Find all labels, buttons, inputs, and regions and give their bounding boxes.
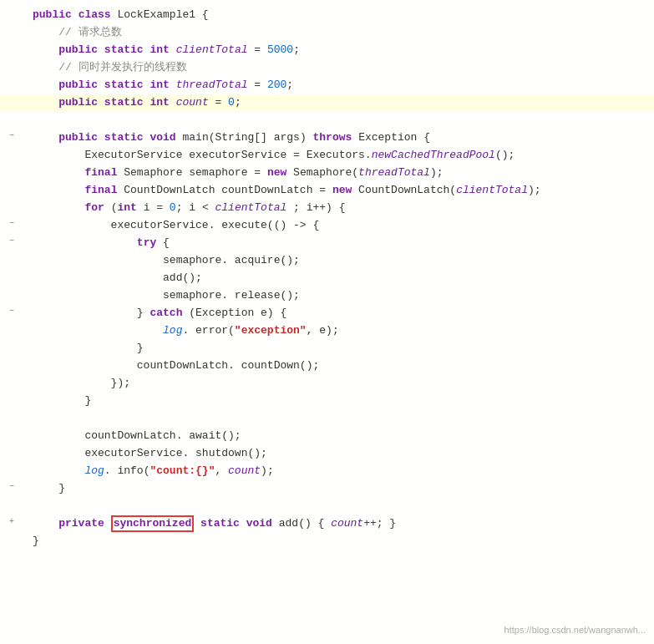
- code-line-17: semaphore. release();: [0, 287, 654, 305]
- fold-icon-14[interactable]: −: [9, 235, 14, 248]
- line-content-29: [26, 498, 654, 515]
- code-line-12: for (int i = 0; i < clientTotal ; i++) {: [0, 200, 654, 217]
- line-content-17: semaphore. release();: [26, 287, 654, 304]
- code-line-20: }: [0, 340, 654, 357]
- code-line-15: semaphore. acquire();: [0, 252, 654, 270]
- gutter-30: +: [0, 515, 23, 529]
- line-content-12: for (int i = 0; i < clientTotal ; i++) {: [26, 200, 654, 216]
- line-content-14: try {: [26, 235, 654, 251]
- line-content-8: public static void main(String[] args) t…: [26, 129, 654, 146]
- line-content-26: executorService. shutdown();: [26, 445, 654, 462]
- line-content-1: public class LockExample1 {: [26, 7, 654, 23]
- code-line-22: });: [0, 375, 654, 393]
- gutter-28: −: [0, 480, 23, 494]
- line-content-16: add();: [26, 270, 654, 287]
- code-line-19: log. error("exception", e);: [0, 322, 654, 340]
- code-line-1: public class LockExample1 {: [0, 7, 654, 24]
- code-line-4: // 同时并发执行的线程数: [0, 59, 654, 77]
- code-line-13: − executorService. execute(() -> {: [0, 217, 654, 235]
- line-content-4: // 同时并发执行的线程数: [26, 59, 654, 76]
- line-content-28: }: [26, 480, 654, 497]
- code-line-3: public static int clientTotal = 5000;: [0, 42, 654, 59]
- code-line-26: executorService. shutdown();: [0, 445, 654, 463]
- line-content-13: executorService. execute(() -> {: [26, 217, 654, 234]
- line-content-5: public static int threadTotal = 200;: [26, 77, 654, 94]
- code-line-14: − try {: [0, 235, 654, 252]
- line-content-19: log. error("exception", e);: [26, 322, 654, 339]
- code-line-25: countDownLatch. await();: [0, 428, 654, 445]
- code-line-21: countDownLatch. countDown();: [0, 357, 654, 375]
- footer-url: https://blog.csdn.net/wangnanwh...: [504, 623, 646, 637]
- code-line-29: [0, 498, 654, 515]
- gutter-14: −: [0, 235, 23, 248]
- line-content-11: final CountDownLatch countDownLatch = ne…: [26, 182, 654, 199]
- line-content-22: });: [26, 375, 654, 392]
- fold-icon-18[interactable]: −: [9, 305, 14, 318]
- gutter-13: −: [0, 217, 23, 231]
- line-content-30: private synchronized static void add() {…: [26, 515, 654, 532]
- code-line-18: − } catch (Exception e) {: [0, 305, 654, 322]
- code-line-30: + private synchronized static void add()…: [0, 515, 654, 533]
- fold-icon-30[interactable]: +: [9, 515, 14, 529]
- code-line-31: }: [0, 533, 654, 550]
- fold-icon-8[interactable]: −: [9, 129, 14, 143]
- line-content-23: }: [26, 393, 654, 409]
- line-content-6: public static int count = 0;: [26, 94, 654, 111]
- code-line-7: [0, 112, 654, 129]
- code-line-24: [0, 410, 654, 428]
- line-content-20: }: [26, 340, 654, 357]
- code-line-23: }: [0, 393, 654, 410]
- line-content-27: log. info("count:{}", count);: [26, 463, 654, 479]
- code-line-28: − }: [0, 480, 654, 498]
- line-content-9: ExecutorService executorService = Execut…: [26, 147, 654, 164]
- gutter-18: −: [0, 305, 23, 318]
- gutter-8: −: [0, 129, 23, 143]
- line-content-15: semaphore. acquire();: [26, 252, 654, 269]
- code-line-10: final Semaphore semaphore = new Semaphor…: [0, 165, 654, 182]
- code-line-5: public static int threadTotal = 200;: [0, 77, 654, 94]
- line-content-31: }: [26, 533, 654, 550]
- code-line-6: public static int count = 0;: [0, 94, 654, 112]
- line-content-18: } catch (Exception e) {: [26, 305, 654, 322]
- code-line-8: − public static void main(String[] args)…: [0, 129, 654, 147]
- code-line-16: add();: [0, 270, 654, 287]
- line-content-10: final Semaphore semaphore = new Semaphor…: [26, 165, 654, 181]
- code-line-9: ExecutorService executorService = Execut…: [0, 147, 654, 165]
- line-content-7: [26, 112, 654, 129]
- line-content-2: // 请求总数: [26, 24, 654, 41]
- line-content-25: countDownLatch. await();: [26, 428, 654, 444]
- line-content-3: public static int clientTotal = 5000;: [26, 42, 654, 58]
- code-line-2: // 请求总数: [0, 24, 654, 42]
- code-container: public class LockExample1 { // 请求总数 publ…: [0, 0, 654, 644]
- code-line-27: log. info("count:{}", count);: [0, 463, 654, 480]
- fold-icon-13[interactable]: −: [9, 217, 14, 231]
- fold-icon-28[interactable]: −: [9, 480, 14, 494]
- line-content-24: [26, 410, 654, 427]
- code-line-11: final CountDownLatch countDownLatch = ne…: [0, 182, 654, 200]
- line-content-21: countDownLatch. countDown();: [26, 357, 654, 374]
